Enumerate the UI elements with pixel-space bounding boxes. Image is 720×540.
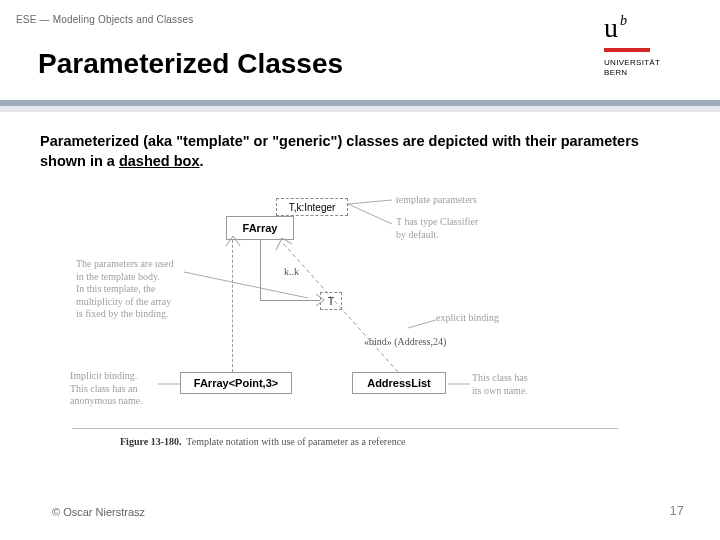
svg-line-0 <box>348 200 392 204</box>
dep-line-left <box>232 240 233 372</box>
uml-diagram: template parameters T has type Classifie… <box>120 172 640 442</box>
page-title: Parameterized Classes <box>38 48 343 80</box>
note-params-used: The parameters are used in the template … <box>76 258 173 321</box>
figure-rule <box>72 428 618 429</box>
page-number: 17 <box>670 503 684 518</box>
figure-caption: Figure 13-180. Template notation with us… <box>120 436 406 447</box>
body-paragraph: Parameterized (aka "template" or "generi… <box>40 132 660 171</box>
course-header: ESE — Modeling Objects and Classes <box>16 14 193 25</box>
bind-stereotype: «bind» (Address,24) <box>364 336 446 347</box>
logo-text: UNIVERSITÄTBERN <box>604 58 660 77</box>
svg-line-3 <box>282 242 398 372</box>
logo-letter: ub <box>604 12 625 44</box>
logo-redbar <box>604 48 650 52</box>
pointer-implicit <box>158 380 182 388</box>
dep-arrow-left <box>226 236 240 248</box>
class-farray-bound: FArray<Point,3> <box>180 372 292 394</box>
title-divider-shadow <box>0 106 720 112</box>
pointer-template-params <box>348 198 398 238</box>
assoc-line-vert <box>260 240 261 300</box>
class-addresslist: AddressList <box>352 372 446 394</box>
university-logo: ub UNIVERSITÄTBERN <box>604 12 696 100</box>
template-param-box: T,k:Integer <box>276 198 348 216</box>
pointer-own-name <box>448 380 472 388</box>
note-explicit-binding: explicit binding <box>436 312 499 325</box>
pointer-explicit <box>408 318 438 334</box>
svg-line-1 <box>348 204 392 224</box>
note-own-name: This class has its own name. <box>472 372 528 397</box>
note-template-parameters: template parameters <box>396 194 477 207</box>
dep-line-right <box>280 238 420 378</box>
footer-copyright: © Oscar Nierstrasz <box>52 506 145 518</box>
note-implicit-binding: Implicit binding. This class has an anon… <box>70 370 143 408</box>
svg-line-4 <box>408 320 436 328</box>
